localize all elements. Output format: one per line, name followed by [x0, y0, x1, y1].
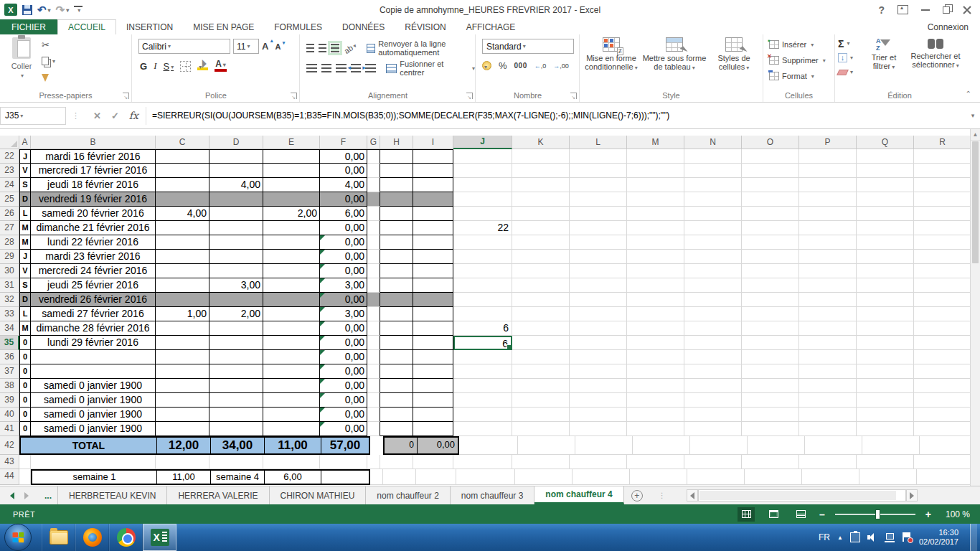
cell-N44[interactable]: [687, 469, 745, 485]
row-header-36[interactable]: 36: [0, 350, 19, 364]
sheet-nav-right-icon[interactable]: [24, 492, 29, 499]
row-header-28[interactable]: 28: [0, 235, 19, 250]
cell-A33[interactable]: L: [19, 307, 31, 321]
cell-O36[interactable]: [742, 350, 799, 364]
tray-volume-icon[interactable]: [867, 532, 877, 542]
cell-R32[interactable]: [914, 293, 971, 307]
cell-H32[interactable]: [380, 293, 413, 307]
connexion-link[interactable]: Connexion: [928, 19, 980, 34]
cell-H43[interactable]: [380, 455, 413, 469]
cell-L39[interactable]: [570, 393, 627, 408]
cell-N30[interactable]: [684, 264, 742, 278]
tab-affichage[interactable]: AFFICHAGE: [456, 19, 526, 34]
cell-B35[interactable]: lundi 29 février 2016: [31, 336, 156, 350]
cell-P27[interactable]: [799, 221, 857, 235]
copy-button[interactable]: [42, 55, 55, 67]
sheet-tab-2[interactable]: HERRERA VALERIE: [167, 486, 269, 504]
cell-I23[interactable]: [413, 164, 453, 178]
cell-O22[interactable]: [742, 149, 799, 164]
cell-M34[interactable]: [627, 321, 684, 336]
tab-mise-en-page[interactable]: MISE EN PAGE: [183, 19, 264, 34]
cell-A26[interactable]: L: [19, 207, 31, 221]
cell-F34[interactable]: 0,00: [320, 321, 367, 336]
sheet-overflow-tab[interactable]: ...: [39, 486, 58, 504]
cell-L26[interactable]: [570, 207, 627, 221]
formula-input[interactable]: =SIERREUR(SI(OU(JOURSEM(B35)=1;B35=FIN.M…: [146, 110, 966, 121]
cell-H24[interactable]: [380, 178, 413, 192]
cell-N41[interactable]: [684, 422, 742, 436]
horizontal-scroll-thumb[interactable]: [699, 491, 897, 500]
cell-styles-button[interactable]: Styles de cellules: [709, 37, 759, 71]
cell-P44[interactable]: [802, 469, 859, 485]
cell-M32[interactable]: [627, 293, 684, 307]
cell-J34[interactable]: 6: [453, 321, 512, 336]
cell-M31[interactable]: [627, 278, 684, 293]
cell-R28[interactable]: [914, 235, 971, 250]
cell-R31[interactable]: [914, 278, 971, 293]
cell-J27[interactable]: 22: [453, 221, 512, 235]
cell-F43[interactable]: [320, 455, 367, 469]
cell-P39[interactable]: [799, 393, 857, 408]
cell-A41[interactable]: 0: [19, 422, 31, 436]
cell-Q36[interactable]: [857, 350, 914, 364]
fill-color-icon[interactable]: [197, 62, 208, 70]
cell-L22[interactable]: [570, 149, 627, 164]
cell-P31[interactable]: [799, 278, 857, 293]
cell-L44[interactable]: [573, 469, 630, 485]
font-name-select[interactable]: Calibri: [138, 39, 230, 54]
cell-Q32[interactable]: [857, 293, 914, 307]
ribbon-display-options-icon[interactable]: [897, 5, 908, 14]
cell-K28[interactable]: [512, 235, 570, 250]
column-header-J[interactable]: J: [453, 136, 512, 149]
cell-E29[interactable]: [263, 250, 320, 264]
cell-E43[interactable]: [263, 455, 320, 469]
cell-R27[interactable]: [914, 221, 971, 235]
cell-F22[interactable]: 0,00: [320, 149, 367, 164]
collapse-ribbon-icon[interactable]: ⌃: [966, 90, 971, 98]
cell-F31[interactable]: 3,00: [320, 278, 367, 293]
cell-R29[interactable]: [914, 250, 971, 264]
cell-C26[interactable]: 4,00: [156, 207, 209, 221]
cell-P26[interactable]: [799, 207, 857, 221]
cell-G28[interactable]: [367, 235, 380, 250]
cell-G25[interactable]: [367, 192, 380, 207]
cell-N29[interactable]: [684, 250, 742, 264]
wrap-text-button[interactable]: Renvoyer à la ligne automatiquement: [367, 39, 475, 57]
row-header-27[interactable]: 27: [0, 221, 19, 235]
row-header-26[interactable]: 26: [0, 207, 19, 221]
cell-N25[interactable]: [684, 192, 742, 207]
cell-B34[interactable]: dimanche 28 février 2016: [31, 321, 156, 336]
cell-N39[interactable]: [684, 393, 742, 408]
cell-K34[interactable]: [512, 321, 570, 336]
cell-A25[interactable]: D: [19, 192, 31, 207]
cell-P23[interactable]: [799, 164, 857, 178]
zoom-in-button[interactable]: +: [925, 509, 931, 520]
cell-Q37[interactable]: [857, 364, 914, 379]
cell-D36[interactable]: [209, 350, 263, 364]
align-left-icon[interactable]: [306, 64, 317, 72]
cell-H30[interactable]: [380, 264, 413, 278]
cell-C40[interactable]: [156, 408, 209, 422]
row-header-23[interactable]: 23: [0, 164, 19, 178]
expand-formula-bar-icon[interactable]: ▾: [966, 112, 980, 119]
cell-G41[interactable]: [367, 422, 380, 436]
cell-I26[interactable]: [413, 207, 453, 221]
save-icon[interactable]: [22, 5, 32, 15]
cell-C38[interactable]: [156, 379, 209, 393]
cell-E39[interactable]: [263, 393, 320, 408]
cell-H36[interactable]: [380, 350, 413, 364]
cell-D32[interactable]: [209, 293, 263, 307]
cell-Q25[interactable]: [857, 192, 914, 207]
cell-G30[interactable]: [367, 264, 380, 278]
cell-M43[interactable]: [627, 455, 684, 469]
cell-Q42[interactable]: [862, 436, 920, 455]
cell-F23[interactable]: 0,00: [320, 164, 367, 178]
cell-H31[interactable]: [380, 278, 413, 293]
new-sheet-button[interactable]: +: [631, 486, 643, 504]
cell-I36[interactable]: [413, 350, 453, 364]
sheet-tab-4[interactable]: nom chauffeur 2: [366, 486, 451, 504]
cell-P25[interactable]: [799, 192, 857, 207]
cell-F40[interactable]: 0,00: [320, 408, 367, 422]
cell-L27[interactable]: [570, 221, 627, 235]
cell-K41[interactable]: [512, 422, 570, 436]
